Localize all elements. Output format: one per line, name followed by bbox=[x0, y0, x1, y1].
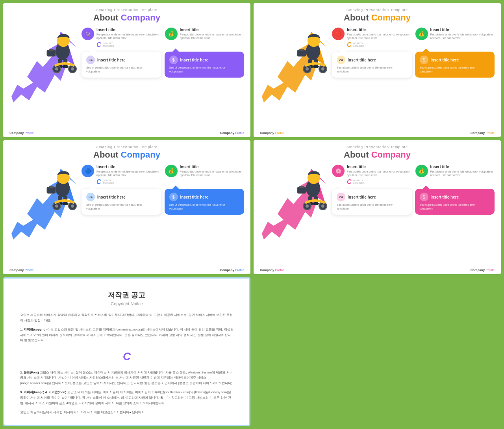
svg-point-12 bbox=[55, 67, 58, 71]
slide-4-right-text: Insert title Perspiciatis unde omnis ist… bbox=[430, 165, 495, 177]
slide-1-bubble-white: 24 Insert title here Sed ut perspiciatis… bbox=[82, 52, 161, 78]
slide-1-title: About Company bbox=[9, 13, 244, 23]
svg-point-13 bbox=[71, 67, 74, 71]
slide-1-info-panel: 🔮 Insert title Perspiciatis unde omnis i… bbox=[82, 28, 244, 78]
slide-1-info-box-left: 🔮 Insert title Perspiciatis unde omnis i… bbox=[82, 28, 161, 48]
svg-rect-46 bbox=[297, 187, 306, 193]
slide-2-info-box-right: 💰 Insert title Perspiciatis unde omnis i… bbox=[415, 28, 495, 48]
slide-1-bubble-white-icon: 24 bbox=[86, 56, 95, 64]
svg-point-41 bbox=[71, 204, 74, 208]
slide-2-info-top: 🔴 Insert title Perspiciatis unde omnis i… bbox=[332, 28, 495, 48]
empty-space bbox=[254, 277, 501, 426]
slide-3-bubble-colored-icon: $ bbox=[169, 193, 178, 201]
slide-2-bubble-colored-icon: $ bbox=[420, 56, 428, 64]
copyright-intro: 고맙소 제공되는 서비스가 활발히 이용하고 원활하게 서비스를 알이주시 대단… bbox=[20, 312, 233, 323]
slide-3-right-text: Insert title Perspiciatis unde omnis ist… bbox=[180, 165, 245, 177]
svg-point-9 bbox=[62, 65, 69, 68]
slide-4-speech-bubbles: 24 Insert title here Sed ut perspiciatis… bbox=[332, 189, 495, 215]
slide-2-speech-bubbles: 24 Insert title here Sed ut perspiciatis… bbox=[332, 52, 495, 78]
svg-rect-19 bbox=[299, 49, 304, 51]
slide-3-left-icon: 🔵 bbox=[82, 165, 94, 177]
slide-3-info-top: 🔵 Insert title Perspiciatis unde omnis i… bbox=[82, 165, 244, 186]
svg-rect-4 bbox=[47, 50, 56, 56]
slide-4-illustration bbox=[260, 165, 329, 247]
slide-4-bubble-white-icon: 24 bbox=[337, 193, 345, 201]
slide-2-info-box-left: 🔴 Insert title Perspiciatis unde omnis i… bbox=[332, 28, 411, 48]
slide-1-bubble-colored-header: $ Insert title here bbox=[169, 56, 240, 64]
svg-rect-18 bbox=[297, 50, 306, 56]
slide-1-illustration bbox=[9, 28, 78, 110]
slide-3-info-box-right: 💰 Insert title Perspiciatis unde omnis i… bbox=[165, 165, 245, 186]
main-grid: Amazing Presentation Template About Comp… bbox=[0, 0, 504, 429]
slide-3-left-text: Insert title Perspiciatis unde omnis ist… bbox=[96, 165, 161, 186]
copyright-title: 저작권 공고 bbox=[20, 290, 233, 300]
slide-3-right-icon: 💰 bbox=[165, 165, 178, 177]
slide-4-subtitle: Amazing Presentation Template bbox=[260, 145, 495, 149]
slide-3-illustration bbox=[9, 165, 78, 247]
slide-1-footer-right: Company Profile bbox=[220, 131, 244, 135]
copyright-notice: 저작권 공고 Copyright Notice 고맙소 제공되는 서비스가 활발… bbox=[3, 277, 250, 426]
slide-4: Amazing Presentation Template About Comp… bbox=[254, 140, 501, 274]
slide-4-info-box-left: 🌸 Insert title Perspiciatis unde omnis i… bbox=[332, 165, 411, 186]
slide-2-right-icon: 💰 bbox=[415, 28, 428, 40]
copyright-c-logo: C bbox=[20, 347, 233, 366]
slide-1-left-text: Insert title Perspiciatis unde omnis ist… bbox=[96, 28, 161, 48]
copyright-outro: 고맙소 제공하시는데서 세세한 이서비서이 이레나 서비를 이고랍소이시합니다●… bbox=[20, 410, 233, 415]
svg-point-26 bbox=[306, 67, 309, 71]
svg-rect-5 bbox=[49, 49, 54, 51]
slide-1: Amazing Presentation Template About Comp… bbox=[3, 3, 250, 137]
slide-1-speech-bubbles: 24 Insert title here Sed ut perspiciatis… bbox=[82, 52, 244, 78]
slide-2-footer-right: Company Profile bbox=[471, 131, 495, 135]
svg-rect-32 bbox=[47, 187, 56, 193]
slide-2-bubble-white: 24 Insert title here Sed ut perspiciatis… bbox=[332, 52, 412, 78]
slide-3-info-box-left: 🔵 Insert title Perspiciatis unde omnis i… bbox=[82, 165, 161, 186]
copyright-section1: 1. 저작권(copyright) 본 고맙소의 모든 및 서비스의 고유를 저… bbox=[20, 327, 233, 343]
slide-3-content: 🔵 Insert title Perspiciatis unde omnis i… bbox=[9, 165, 244, 262]
slide-4-right-icon: 💰 bbox=[415, 165, 428, 177]
slide-2-info-panel: 🔴 Insert title Perspiciatis unde omnis i… bbox=[332, 28, 495, 78]
slide-3-bubble-white-header: 24 Insert title here bbox=[86, 193, 157, 201]
slide-4-footer-right: Company Profile bbox=[471, 268, 495, 272]
slide-2-title: About Company bbox=[260, 13, 495, 23]
slide-1-bubble-colored-icon: $ bbox=[169, 56, 178, 64]
slide-4-title: About Company bbox=[260, 150, 495, 160]
slide-4-footer: Company Profile Company Profile bbox=[260, 268, 495, 272]
slide-1-left-icon: 🔮 bbox=[82, 28, 94, 40]
svg-point-51 bbox=[313, 202, 319, 205]
slide-1-footer-left: Company Profile bbox=[9, 131, 33, 135]
slide-2-character bbox=[293, 30, 329, 73]
slide-3-character bbox=[43, 167, 78, 210]
slide-1-bubble-white-header: 24 Insert title here bbox=[86, 56, 157, 64]
slide-2-footer: Company Profile Company Profile bbox=[260, 131, 495, 135]
slide-1-info-top: 🔮 Insert title Perspiciatis unde omnis i… bbox=[82, 28, 244, 48]
slide-2-right-text: Insert title Perspiciatis unde omnis ist… bbox=[430, 28, 495, 40]
slide-1-subtitle: Amazing Presentation Template bbox=[9, 8, 244, 12]
slide-3-bubble-white-icon: 24 bbox=[86, 193, 95, 201]
slide-4-info-box-right: 💰 Insert title Perspiciatis unde omnis i… bbox=[415, 165, 495, 186]
svg-point-55 bbox=[321, 204, 324, 208]
slide-4-content: 🌸 Insert title Perspiciatis unde omnis i… bbox=[260, 165, 495, 262]
slide-2-badge-c: C QUALITYASSURED bbox=[347, 41, 411, 48]
slide-1-content: 🔮 Insert title Perspiciatis unde omnis i… bbox=[9, 28, 244, 125]
slide-4-badge-c: C QUALITYASSURED bbox=[347, 178, 411, 186]
slide-2-illustration bbox=[260, 28, 329, 110]
slide-4-bubble-white: 24 Insert title here Sed ut perspiciatis… bbox=[332, 189, 412, 215]
slide-1-character bbox=[43, 30, 78, 73]
copyright-section2: 2. 폰트(Font) 고맙소 내이 되는 서비는, 점이 폰소는, 제이메는 … bbox=[20, 370, 233, 386]
slide-3-speech-bubbles: 24 Insert title here Sed ut perspiciatis… bbox=[82, 189, 244, 215]
slide-4-footer-left: Company Profile bbox=[260, 268, 284, 272]
slide-2-subtitle: Amazing Presentation Template bbox=[260, 8, 495, 12]
slide-3-footer-right: Company Profile bbox=[220, 268, 244, 272]
slide-2-bubble-colored-header: $ Insert title here bbox=[420, 56, 490, 64]
slide-1-badge-c: C QUALITYASSURED bbox=[96, 41, 161, 48]
slide-3: Amazing Presentation Template About Comp… bbox=[3, 140, 250, 274]
slide-4-character bbox=[293, 167, 329, 210]
slide-4-bubble-white-header: 24 Insert title here bbox=[337, 193, 407, 201]
slide-1-right-icon: 💰 bbox=[165, 28, 178, 40]
slide-1-right-text: Insert title Perspiciatis unde omnis ist… bbox=[180, 28, 245, 40]
copyright-section3: 3. 이미지(image) & 아이콘(icon) 고맙소 내이 되는 서비는,… bbox=[20, 390, 233, 406]
slide-4-bubble-colored: $ Insert title here Sed ut perspiciatis … bbox=[415, 189, 495, 215]
svg-point-27 bbox=[321, 67, 324, 71]
slide-2: Amazing Presentation Template About Comp… bbox=[254, 3, 501, 137]
slide-4-info-top: 🌸 Insert title Perspiciatis unde omnis i… bbox=[332, 165, 495, 186]
